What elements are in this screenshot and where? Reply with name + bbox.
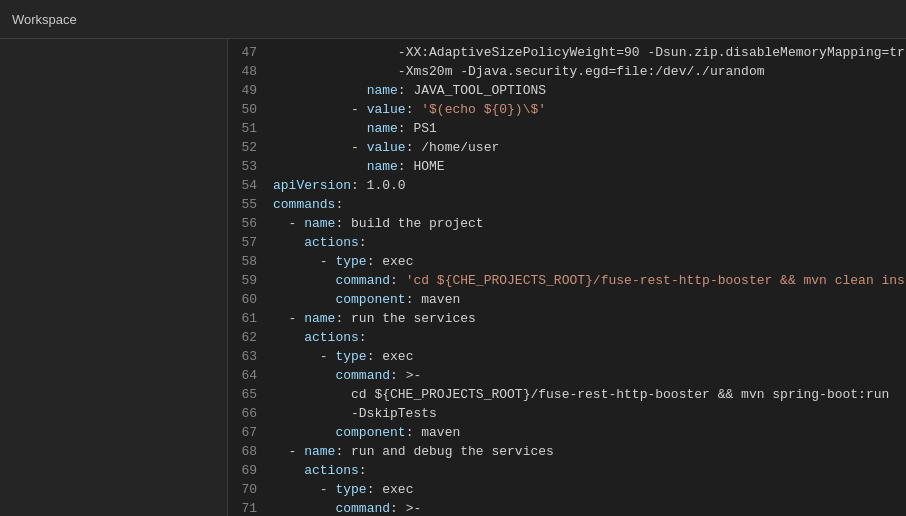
sidebar [0,39,228,516]
code-area: 47 -XX:AdaptiveSizePolicyWeight=90 -Dsun… [228,39,906,516]
line-number: 57 [228,233,273,252]
line-number: 67 [228,423,273,442]
line-content: name: JAVA_TOOL_OPTIONS [273,81,906,100]
line-content: -XX:AdaptiveSizePolicyWeight=90 -Dsun.zi… [273,43,906,62]
line-content: component: maven [273,423,906,442]
line-number: 68 [228,442,273,461]
table-row: 53 name: HOME [228,157,906,176]
line-content: - name: run and debug the services [273,442,906,461]
line-content: commands: [273,195,906,214]
line-number: 64 [228,366,273,385]
table-row: 52 - value: /home/user [228,138,906,157]
line-number: 61 [228,309,273,328]
table-row: 59 command: 'cd ${CHE_PROJECTS_ROOT}/fus… [228,271,906,290]
table-row: 70 - type: exec [228,480,906,499]
table-row: 55commands: [228,195,906,214]
table-row: 61 - name: run the services [228,309,906,328]
line-number: 65 [228,385,273,404]
table-row: 62 actions: [228,328,906,347]
main-area: 47 -XX:AdaptiveSizePolicyWeight=90 -Dsun… [0,39,906,516]
line-content: - type: exec [273,480,906,499]
line-number: 47 [228,43,273,62]
line-content: - type: exec [273,252,906,271]
line-content: actions: [273,233,906,252]
table-row: 69 actions: [228,461,906,480]
line-number: 70 [228,480,273,499]
line-number: 56 [228,214,273,233]
top-bar: Workspace [0,0,906,39]
line-number: 60 [228,290,273,309]
table-row: 47 -XX:AdaptiveSizePolicyWeight=90 -Dsun… [228,43,906,62]
table-row: 54apiVersion: 1.0.0 [228,176,906,195]
line-content: - value: '$(echo ${0})\$' [273,100,906,119]
table-row: 64 command: >- [228,366,906,385]
line-content: actions: [273,461,906,480]
line-number: 50 [228,100,273,119]
table-row: 50 - value: '$(echo ${0})\$' [228,100,906,119]
line-number: 59 [228,271,273,290]
line-content: command: >- [273,366,906,385]
line-content: name: HOME [273,157,906,176]
line-content: apiVersion: 1.0.0 [273,176,906,195]
line-number: 71 [228,499,273,516]
table-row: 58 - type: exec [228,252,906,271]
line-number: 54 [228,176,273,195]
line-number: 63 [228,347,273,366]
line-content: -Xms20m -Djava.security.egd=file:/dev/./… [273,62,906,81]
line-content: - value: /home/user [273,138,906,157]
line-number: 52 [228,138,273,157]
table-row: 51 name: PS1 [228,119,906,138]
table-row: 71 command: >- [228,499,906,516]
line-number: 69 [228,461,273,480]
line-number: 58 [228,252,273,271]
table-row: 48 -Xms20m -Djava.security.egd=file:/dev… [228,62,906,81]
line-content: cd ${CHE_PROJECTS_ROOT}/fuse-rest-http-b… [273,385,906,404]
line-content: command: 'cd ${CHE_PROJECTS_ROOT}/fuse-r… [273,271,906,290]
table-row: 56 - name: build the project [228,214,906,233]
line-content: - name: build the project [273,214,906,233]
line-content: component: maven [273,290,906,309]
line-number: 48 [228,62,273,81]
line-number: 62 [228,328,273,347]
line-number: 66 [228,404,273,423]
table-row: 60 component: maven [228,290,906,309]
line-number: 49 [228,81,273,100]
table-row: 68 - name: run and debug the services [228,442,906,461]
table-row: 57 actions: [228,233,906,252]
line-number: 55 [228,195,273,214]
table-row: 65 cd ${CHE_PROJECTS_ROOT}/fuse-rest-htt… [228,385,906,404]
line-content: actions: [273,328,906,347]
table-row: 49 name: JAVA_TOOL_OPTIONS [228,81,906,100]
line-content: command: >- [273,499,906,516]
line-content: name: PS1 [273,119,906,138]
workspace-label: Workspace [12,12,77,27]
table-row: 66 -DskipTests [228,404,906,423]
line-content: -DskipTests [273,404,906,423]
line-content: - name: run the services [273,309,906,328]
code-content[interactable]: 47 -XX:AdaptiveSizePolicyWeight=90 -Dsun… [228,39,906,516]
line-content: - type: exec [273,347,906,366]
table-row: 67 component: maven [228,423,906,442]
line-number: 53 [228,157,273,176]
line-number: 51 [228,119,273,138]
table-row: 63 - type: exec [228,347,906,366]
